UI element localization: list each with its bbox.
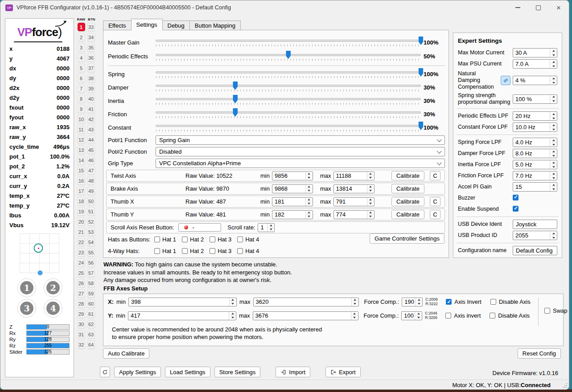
hat-option[interactable]: Hat 4 <box>237 236 259 243</box>
spin-down-icon[interactable] <box>552 129 555 131</box>
spinner-arrows[interactable] <box>550 149 557 158</box>
spin-down-icon[interactable] <box>552 144 555 146</box>
auto-calibrate-button[interactable]: Auto Calibrate <box>103 348 149 359</box>
titlebar[interactable]: VP VPforce FFB Configurator (v1.0.16-1) … <box>0 0 569 15</box>
expert-spin-input[interactable]: 2055 <box>513 231 557 240</box>
refresh-button[interactable] <box>100 367 110 377</box>
spin-up-icon[interactable] <box>369 199 372 200</box>
expert-spin-input[interactable]: 100 % <box>513 94 557 104</box>
expert-spin-input[interactable]: 10.0 Hz <box>513 122 557 132</box>
scroll-reset-assign-button[interactable]: - <box>178 223 221 232</box>
spin-down-icon[interactable] <box>369 177 372 179</box>
calibrate-button[interactable]: Calibrate <box>391 197 424 206</box>
expert-spin-input[interactable]: 8.0 Hz <box>513 149 557 158</box>
maximize-button[interactable] <box>528 0 548 15</box>
spinner-arrows[interactable] <box>305 198 313 206</box>
hat-checkbox[interactable] <box>210 248 215 254</box>
swap-checkbox[interactable] <box>544 308 550 314</box>
dropdown[interactable]: Disabled <box>156 147 445 156</box>
spin-down-icon[interactable] <box>418 303 420 305</box>
spin-up-icon[interactable] <box>417 313 420 314</box>
spin-up-icon[interactable] <box>552 50 555 52</box>
expert-checkbox[interactable] <box>513 195 519 200</box>
spin-down-icon[interactable] <box>552 54 555 56</box>
spin-down-icon[interactable] <box>552 237 555 239</box>
spin-up-icon[interactable] <box>353 313 356 314</box>
spinner-arrows[interactable] <box>550 160 557 169</box>
store-settings-button[interactable]: Store Settings <box>214 367 261 377</box>
calibrate-button[interactable]: Calibrate <box>391 171 424 180</box>
gain-slider[interactable] <box>156 107 421 121</box>
slider-track[interactable] <box>156 125 421 127</box>
center-button[interactable]: C <box>430 171 440 180</box>
slider-handle[interactable] <box>286 51 291 59</box>
spin-up-icon[interactable] <box>552 96 555 98</box>
spinner-arrows[interactable] <box>367 172 374 180</box>
spin-down-icon[interactable] <box>552 155 555 157</box>
gain-slider[interactable] <box>156 50 421 63</box>
spinner-arrows[interactable] <box>229 312 236 320</box>
slider-track[interactable] <box>156 111 421 114</box>
spin-up-icon[interactable] <box>552 162 555 163</box>
hat-option[interactable]: Hat 1 <box>154 236 176 243</box>
gain-slider[interactable] <box>156 121 421 134</box>
expert-text-input[interactable]: Joystick <box>513 220 557 229</box>
export-button[interactable]: Export <box>325 367 361 377</box>
hat-option[interactable]: Hat 3 <box>210 236 231 243</box>
minimize-button[interactable] <box>507 0 528 15</box>
hat-option[interactable]: Hat 4 <box>237 248 259 254</box>
spinner-arrows[interactable] <box>550 95 557 103</box>
axis-max-input[interactable]: 774 <box>333 210 374 219</box>
scroll-rate-input[interactable]: 1 <box>258 223 275 232</box>
spin-down-icon[interactable] <box>231 303 234 305</box>
expert-spin-input[interactable]: 7.0 Hz <box>513 171 557 180</box>
link-icon[interactable] <box>501 76 510 85</box>
spinner-arrows[interactable] <box>305 172 313 180</box>
expert-spin-input[interactable]: 7.0 A <box>513 59 557 69</box>
spin-up-icon[interactable] <box>552 173 555 175</box>
load-settings-button[interactable]: Load Settings <box>165 367 210 377</box>
spin-down-icon[interactable] <box>552 118 555 119</box>
axis-max-input[interactable]: 791 <box>333 197 374 206</box>
spinner-arrows[interactable] <box>550 172 557 180</box>
spin-up-icon[interactable] <box>231 313 234 314</box>
axis-min-input[interactable]: 182 <box>272 210 313 219</box>
y-disable-axis-checkbox[interactable] <box>490 313 495 318</box>
y-axis-invert-checkbox[interactable] <box>445 313 451 318</box>
spin-up-icon[interactable] <box>552 139 555 141</box>
spin-up-icon[interactable] <box>552 113 555 115</box>
slider-track[interactable] <box>156 98 421 100</box>
spinner-arrows[interactable] <box>550 76 557 85</box>
spin-up-icon[interactable] <box>552 233 555 234</box>
x-force-comp-input[interactable]: 190 <box>402 298 423 306</box>
axis-min-input[interactable]: 181 <box>272 197 313 206</box>
expert-spin-input[interactable]: 20 Hz <box>513 111 557 121</box>
spin-down-icon[interactable] <box>231 317 234 318</box>
gain-slider[interactable] <box>156 67 421 81</box>
spin-down-icon[interactable] <box>353 317 356 318</box>
spin-up-icon[interactable] <box>552 151 555 152</box>
hat-checkbox[interactable] <box>154 237 160 242</box>
spin-up-icon[interactable] <box>270 225 272 226</box>
spin-down-icon[interactable] <box>308 203 310 204</box>
x-min-input[interactable]: 398 <box>128 298 237 306</box>
hat-checkbox[interactable] <box>210 237 215 242</box>
spinner-arrows[interactable] <box>550 49 557 57</box>
axis-max-input[interactable]: 11188 <box>333 172 374 180</box>
hat-checkbox[interactable] <box>154 248 160 254</box>
y-force-comp-input[interactable]: 100 <box>401 311 422 320</box>
spin-up-icon[interactable] <box>552 184 555 186</box>
spinner-arrows[interactable] <box>550 60 557 68</box>
spin-up-icon[interactable] <box>308 199 310 200</box>
slider-track[interactable] <box>156 85 421 87</box>
hat-option[interactable]: Hat 2 <box>182 248 204 254</box>
spinner-arrows[interactable] <box>415 312 422 320</box>
gain-slider[interactable] <box>156 94 421 107</box>
reset-config-button[interactable]: Reset Config <box>518 348 561 359</box>
spinner-arrows[interactable] <box>305 185 313 193</box>
tab[interactable]: Debug <box>162 20 190 30</box>
expert-spin-input[interactable]: 4 % <box>513 76 557 85</box>
dropdown[interactable]: Spring Gain <box>156 135 445 145</box>
expert-spin-input[interactable]: 4.0 Hz <box>513 138 557 147</box>
spinner-arrows[interactable] <box>550 138 557 147</box>
